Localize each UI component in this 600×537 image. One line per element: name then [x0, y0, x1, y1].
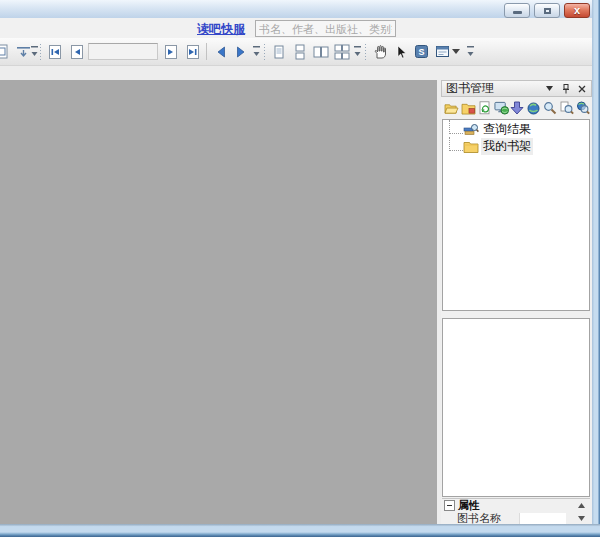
chevron-down-icon — [30, 44, 39, 59]
triangle-up-icon — [578, 503, 585, 508]
toolbar-overflow-button[interactable] — [30, 44, 39, 59]
property-value-cell[interactable] — [519, 513, 566, 525]
collapse-icon[interactable] — [444, 500, 455, 511]
chevron-down-icon — [353, 44, 362, 59]
fit-page-icon — [0, 44, 9, 59]
window-frame-right — [592, 0, 600, 537]
tree-item-label: 查询结果 — [481, 121, 533, 138]
online-computer-button[interactable] — [493, 100, 508, 117]
chevron-down-icon — [466, 44, 475, 59]
open-file-button[interactable] — [444, 100, 459, 117]
search-page-button[interactable] — [559, 100, 574, 117]
toolbar-overflow-button[interactable] — [353, 44, 362, 59]
single-page-layout-icon — [271, 44, 287, 60]
prev-page-button[interactable] — [66, 41, 87, 62]
book-list-pane — [442, 318, 590, 497]
last-page-button[interactable] — [182, 41, 203, 62]
facing-pages-layout-button[interactable] — [310, 41, 331, 62]
scroll-down-button[interactable] — [576, 513, 587, 524]
continuous-facing-layout-icon — [334, 44, 350, 60]
fit-page-button[interactable] — [0, 41, 12, 62]
panel-title: 图书管理 — [446, 80, 494, 97]
forward-icon — [234, 45, 248, 59]
form-tool-icon — [435, 44, 450, 59]
book-search-input[interactable] — [255, 20, 396, 37]
hand-tool-icon — [372, 44, 388, 60]
refresh-page-icon — [478, 101, 492, 115]
panel-close-button[interactable] — [575, 82, 588, 95]
first-page-icon — [47, 44, 63, 60]
pin-icon — [562, 84, 570, 94]
minimize-button[interactable] — [504, 3, 530, 18]
select-tool-button[interactable] — [390, 41, 411, 62]
chevron-down-icon — [252, 44, 261, 59]
download-button[interactable] — [510, 100, 525, 117]
panel-toolbar — [442, 98, 591, 118]
window-frame-bottom — [0, 524, 600, 537]
search-results-icon — [463, 123, 479, 137]
toolbar-grip[interactable] — [364, 43, 367, 60]
close-button[interactable]: x — [564, 3, 590, 18]
online-computer-icon — [494, 101, 509, 115]
svg-text:S: S — [418, 47, 424, 57]
back-button[interactable] — [210, 41, 231, 62]
quick-access-bar: 读吧快服 — [0, 18, 592, 38]
panel-pin-button[interactable] — [559, 82, 572, 95]
globe-button[interactable] — [526, 100, 541, 117]
next-page-icon — [163, 44, 179, 60]
toolbar-grip[interactable] — [263, 43, 266, 60]
download-icon — [510, 101, 524, 115]
document-canvas — [0, 80, 437, 524]
toolbar-overflow-button[interactable] — [252, 44, 261, 59]
continuous-layout-icon — [292, 44, 308, 60]
toolbar-overflow-button[interactable] — [466, 44, 475, 59]
snapshot-tool-icon: S — [414, 44, 429, 59]
single-page-layout-button[interactable] — [268, 41, 289, 62]
first-page-button[interactable] — [44, 41, 65, 62]
panel-header: 图书管理 — [441, 80, 592, 97]
window-controls: x — [504, 3, 590, 18]
next-page-button[interactable] — [160, 41, 181, 62]
triangle-down-icon — [578, 516, 585, 521]
close-icon: x — [574, 5, 580, 16]
hand-tool-button[interactable] — [369, 41, 390, 62]
tree-item-my-bookshelf[interactable]: 我的书架 — [443, 139, 589, 154]
main-toolbar: S — [0, 38, 592, 66]
tree-line — [449, 120, 463, 134]
search-page-icon — [560, 101, 574, 115]
toolbar-separator — [206, 43, 207, 60]
refresh-page-button[interactable] — [477, 100, 492, 117]
restore-button[interactable] — [534, 3, 560, 18]
panel-header-buttons — [543, 82, 588, 95]
tree-item-label: 我的书架 — [481, 138, 533, 155]
bookshelf-folder-icon — [463, 140, 479, 154]
toolbar-substrip — [0, 66, 592, 80]
search-button[interactable] — [543, 100, 558, 117]
quick-service-link[interactable]: 读吧快服 — [197, 21, 245, 38]
open-file-icon — [444, 102, 459, 115]
continuous-layout-button[interactable] — [289, 41, 310, 62]
scroll-up-button[interactable] — [576, 500, 587, 511]
close-icon — [578, 85, 586, 93]
tree-item-query-results[interactable]: 查询结果 — [443, 122, 589, 137]
panel-menu-button[interactable] — [543, 82, 556, 95]
forward-button[interactable] — [230, 41, 251, 62]
search-icon — [543, 101, 557, 115]
import-folder-button[interactable] — [460, 100, 475, 117]
toolbar-grip[interactable] — [39, 43, 42, 60]
page-number-box[interactable] — [88, 43, 158, 60]
book-management-panel: 图书管理 — [441, 80, 592, 524]
form-tool-dropdown[interactable] — [450, 41, 462, 62]
search-web-icon — [576, 101, 590, 115]
fit-width-icon — [16, 44, 31, 59]
select-tool-icon — [394, 45, 408, 59]
tree-line — [449, 137, 463, 151]
search-web-button[interactable] — [576, 100, 591, 117]
back-icon — [214, 45, 228, 59]
chevron-down-icon — [452, 49, 460, 54]
import-folder-icon — [461, 102, 476, 115]
restore-icon — [544, 8, 551, 14]
facing-pages-layout-icon — [313, 44, 329, 60]
continuous-facing-layout-button[interactable] — [331, 41, 352, 62]
snapshot-tool-button[interactable]: S — [411, 41, 432, 62]
